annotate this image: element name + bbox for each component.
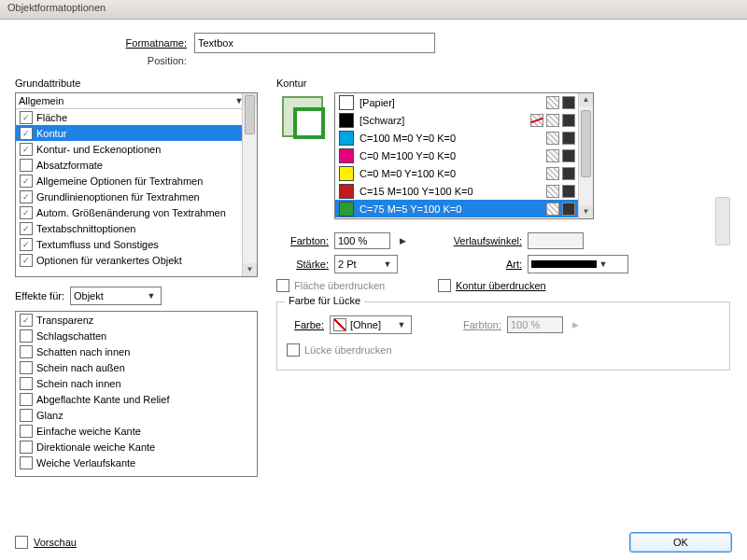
swatch-item[interactable]: [Papier] xyxy=(335,93,579,111)
triangle-right-icon[interactable]: ▶ xyxy=(396,236,410,245)
list-item[interactable]: ✓Schlagschatten xyxy=(16,328,257,343)
checkbox-icon[interactable]: ✓ xyxy=(20,345,33,358)
list-item[interactable]: ✓Schatten nach innen xyxy=(16,343,257,359)
scroll-thumb[interactable] xyxy=(581,110,591,177)
scrollbar[interactable]: ▲ ▼ xyxy=(242,93,257,276)
vorschau-checkbox[interactable]: ✓ xyxy=(15,536,28,549)
list-item[interactable]: ✓Kontur- und Eckenoptionen xyxy=(16,141,243,157)
list-item-label: Schein nach innen xyxy=(36,378,121,389)
chevron-down-icon: ▼ xyxy=(381,259,394,269)
list-item-label: Fläche xyxy=(36,112,67,123)
checkbox-icon[interactable]: ✓ xyxy=(20,175,33,188)
window-titlebar: Objektformatoptionen xyxy=(0,0,747,21)
list-item-label: Abgeflachte Kante und Relief xyxy=(36,394,170,405)
swatch-name: C=75 M=5 Y=100 K=0 xyxy=(359,203,541,215)
swatch-item[interactable]: C=75 M=5 Y=100 K=0 xyxy=(335,200,579,217)
list-item[interactable]: ✓Optionen für verankertes Objekt xyxy=(16,252,243,268)
list-item[interactable]: ✓Kontur xyxy=(16,125,243,141)
grundattribute-dropdown[interactable]: Allgemein▼ xyxy=(16,93,248,107)
list-item[interactable]: ✓Glanz xyxy=(16,407,257,423)
checkbox-icon[interactable]: ✓ xyxy=(20,206,33,219)
scroll-down-icon[interactable]: ▼ xyxy=(579,205,593,218)
effects-target-dropdown[interactable]: Objekt▼ xyxy=(70,287,162,305)
checkbox-icon: ✓ xyxy=(287,343,300,357)
swatch-meta-icon xyxy=(546,114,559,127)
list-item-label: Allgemeine Optionen für Textrahmen xyxy=(36,175,203,187)
swatch-item[interactable]: [Schwarz] xyxy=(335,111,579,129)
checkbox-icon[interactable]: ✓ xyxy=(20,441,33,454)
scrollbar[interactable]: ▲ ▼ xyxy=(578,93,593,218)
checkbox-icon[interactable]: ✓ xyxy=(20,314,33,327)
list-item[interactable]: ✓Textumfluss und Sonstiges xyxy=(16,236,243,252)
list-item-label: Optionen für verankertes Objekt xyxy=(36,255,182,266)
checkbox-icon[interactable]: ✓ xyxy=(20,456,33,469)
farbton-input[interactable] xyxy=(334,232,390,249)
list-item-label: Direktionale weiche Kante xyxy=(36,441,155,453)
list-item[interactable]: ✓Direktionale weiche Kante xyxy=(16,439,257,455)
checkbox-icon[interactable]: ✓ xyxy=(20,329,33,343)
gap-farbe-dropdown[interactable]: [Ohne]▼ xyxy=(330,315,412,334)
list-item-label: Weiche Verlaufskante xyxy=(36,457,135,469)
triangle-right-icon: ▶ xyxy=(569,320,583,329)
formatname-input[interactable] xyxy=(194,33,435,53)
swatch-name: [Papier] xyxy=(359,97,541,108)
checkbox-icon[interactable]: ✓ xyxy=(20,254,33,267)
checkbox-icon[interactable]: ✓ xyxy=(20,222,33,235)
checkbox-icon[interactable]: ✓ xyxy=(20,159,33,172)
art-dropdown[interactable]: ▼ xyxy=(528,255,628,273)
list-item[interactable]: ✓Schein nach außen xyxy=(16,359,257,375)
list-item[interactable]: ✓Absatzformate xyxy=(16,157,243,173)
kontur-ueberdrucken-checkbox[interactable]: ✓ Kontur überdrucken xyxy=(438,279,628,292)
scroll-up-icon[interactable]: ▲ xyxy=(579,93,593,106)
farbton-label: Farbton: xyxy=(276,235,329,246)
checkbox-icon[interactable]: ✓ xyxy=(20,425,33,438)
swatch-color-icon xyxy=(339,113,354,128)
swatch-name: C=15 M=100 Y=100 K=0 xyxy=(359,186,541,197)
position-label: Position: xyxy=(0,55,194,66)
gap-farbton-label: Farbton: xyxy=(449,319,501,330)
gap-farbe-label: Farbe: xyxy=(287,319,324,330)
checkbox-icon[interactable]: ✓ xyxy=(20,377,33,390)
swatch-name: C=0 M=0 Y=100 K=0 xyxy=(359,168,541,179)
swatch-meta-icon xyxy=(546,149,559,162)
list-item[interactable]: ✓Weiche Verlaufskante xyxy=(16,455,257,470)
list-item-label: Schlagschatten xyxy=(36,330,106,342)
vertical-handle[interactable] xyxy=(715,197,730,245)
list-item[interactable]: ✓Einfache weiche Kante xyxy=(16,423,257,439)
swatch-meta-icon xyxy=(562,114,575,127)
scroll-down-icon[interactable]: ▼ xyxy=(243,263,257,276)
swatch-list: [Papier][Schwarz]C=100 M=0 Y=0 K=0C=0 M=… xyxy=(334,92,594,219)
stroke-preview[interactable] xyxy=(282,96,323,137)
checkbox-icon[interactable]: ✓ xyxy=(20,111,33,124)
swatch-item[interactable]: C=15 M=100 Y=100 K=0 xyxy=(335,182,579,200)
scroll-thumb[interactable] xyxy=(245,95,255,134)
list-item[interactable]: ✓Abgeflachte Kante und Relief xyxy=(16,391,257,407)
swatch-item[interactable]: C=0 M=100 Y=0 K=0 xyxy=(335,147,579,164)
list-item[interactable]: ✓Schein nach innen xyxy=(16,375,257,391)
checkbox-icon[interactable]: ✓ xyxy=(20,238,33,251)
list-item[interactable]: ✓Autom. Größenänderung von Textrahmen xyxy=(16,204,243,220)
checkbox-icon[interactable]: ✓ xyxy=(20,127,33,140)
swatch-item[interactable]: C=0 M=0 Y=100 K=0 xyxy=(335,164,579,182)
list-item-label: Absatzformate xyxy=(36,160,103,171)
list-item-label: Transparenz xyxy=(36,315,93,326)
staerke-dropdown[interactable]: 2 Pt▼ xyxy=(334,255,398,273)
checkbox-icon[interactable]: ✓ xyxy=(20,361,33,374)
list-item[interactable]: ✓Allgemeine Optionen für Textrahmen xyxy=(16,173,243,189)
checkbox-icon[interactable]: ✓ xyxy=(20,190,33,203)
list-item-label: Textumfluss und Sonstiges xyxy=(36,239,159,250)
ok-button[interactable]: OK xyxy=(629,532,732,553)
swatch-meta-icon xyxy=(562,203,575,216)
checkbox-icon[interactable]: ✓ xyxy=(20,143,33,156)
checkbox-icon[interactable]: ✓ xyxy=(20,393,33,406)
list-item[interactable]: ✓Fläche xyxy=(16,109,243,125)
vorschau-label[interactable]: Vorschau xyxy=(34,537,77,548)
swatch-item[interactable]: C=100 M=0 Y=0 K=0 xyxy=(335,129,579,147)
checkbox-icon[interactable]: ✓ xyxy=(20,409,33,422)
list-item[interactable]: ✓Textabschnittoptionen xyxy=(16,220,243,236)
list-item[interactable]: ✓Grundlinienoptionen für Textrahmen xyxy=(16,189,243,204)
swatch-meta-icon xyxy=(546,203,559,216)
list-item[interactable]: ✓Transparenz xyxy=(16,312,257,328)
swatch-meta-icon xyxy=(562,185,575,198)
grundattribute-list: Allgemein▼ ✓Fläche✓Kontur✓Kontur- und Ec… xyxy=(15,92,258,277)
